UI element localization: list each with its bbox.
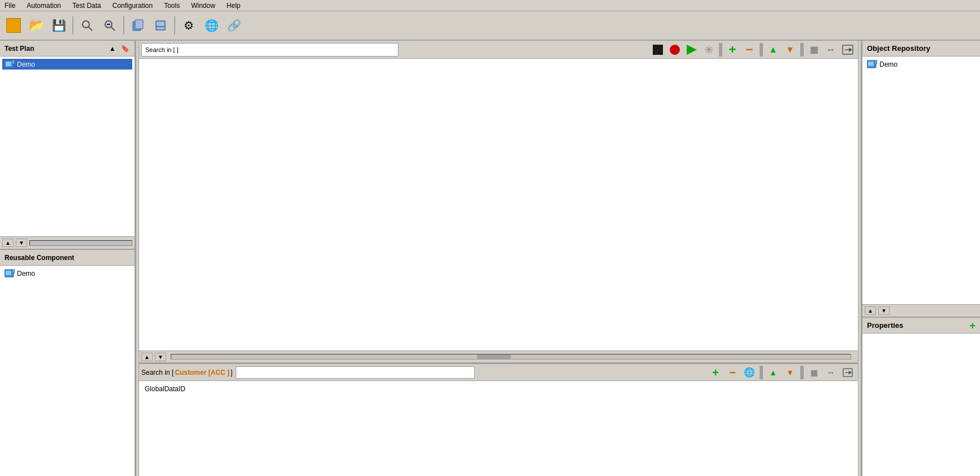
menu-configuration[interactable]: Configuration — [110, 1, 155, 11]
menu-testdata[interactable]: Test Data — [70, 1, 103, 11]
settings-button[interactable]: ⚙ — [179, 15, 199, 36]
bottom-arrows-btn[interactable]: ↔ — [823, 365, 839, 380]
separator-1 — [72, 16, 73, 34]
reusable-header: Reusable Component — [0, 250, 135, 266]
add-btn[interactable]: + — [725, 42, 740, 57]
bottom-import-btn[interactable] — [840, 365, 856, 380]
down-btn[interactable]: ▼ — [782, 42, 798, 57]
test-plan-demo-label: Demo — [17, 60, 35, 68]
svg-rect-13 — [6, 271, 11, 275]
separator-2 — [123, 16, 124, 34]
bottom-search-input[interactable] — [236, 366, 474, 379]
remove-btn[interactable]: − — [741, 42, 757, 57]
object-repository-section: Object Repository Demo ▲ ▼ — [862, 41, 980, 318]
reusable-demo-label: Demo — [17, 270, 35, 278]
menubar: File Automation Test Data Configuration … — [0, 0, 980, 11]
properties-section: Properties + — [862, 318, 980, 476]
properties-title: Properties — [867, 321, 903, 330]
test-plan-bookmark-btn[interactable]: 🔖 — [120, 44, 130, 54]
test-plan-up-btn[interactable]: ▲ — [107, 44, 118, 54]
properties-content — [862, 334, 980, 476]
play-btn[interactable] — [684, 42, 700, 57]
svg-rect-6 — [135, 20, 143, 29]
test-plan-footer: ▲ ▼ — [0, 236, 135, 249]
separator-3 — [174, 16, 175, 34]
center-footer: ▲ ▼ — [139, 350, 858, 363]
bottom-search-highlight: Customer [ACC ] — [175, 369, 229, 377]
menu-automation[interactable]: Automation — [24, 1, 63, 11]
bottom-down-btn[interactable]: ▼ — [782, 365, 798, 380]
main-container: Test Plan ▲ 🔖 Demo ▲ ▼ — [0, 41, 980, 476]
arrows-btn[interactable]: ↔ — [823, 42, 839, 57]
bottom-up-btn[interactable]: ▲ — [765, 365, 781, 380]
center-footer-down[interactable]: ▼ — [155, 353, 166, 361]
bottom-toolbar: Search in [ Customer [ACC ] ] + − 🌐 — [139, 364, 858, 381]
properties-add-btn[interactable]: + — [969, 321, 975, 331]
import-btn[interactable] — [840, 42, 856, 57]
menu-window[interactable]: Window — [189, 1, 218, 11]
bottom-search-prefix: Search in [ — [141, 369, 174, 377]
search-advanced-button[interactable] — [99, 15, 120, 36]
menu-help[interactable]: Help — [224, 1, 243, 11]
menu-file[interactable]: File — [2, 1, 18, 11]
test-plan-demo-icon — [5, 60, 15, 68]
svg-marker-17 — [849, 47, 852, 52]
center-top-toolbar: ✳ + − ▲ ▼ ▦ — [139, 41, 858, 59]
center-main-area — [139, 59, 858, 350]
reusable-item-demo[interactable]: Demo — [2, 268, 132, 279]
obj-repo-footer-down[interactable]: ▼ — [878, 306, 890, 315]
object-repository-title: Object Repository — [867, 44, 930, 53]
test-plan-item-demo[interactable]: Demo — [2, 59, 132, 70]
svg-rect-23 — [874, 60, 877, 64]
save-button[interactable]: 💾 — [49, 15, 69, 36]
svg-line-3 — [111, 27, 115, 31]
object-repository-tree: Demo — [862, 57, 980, 304]
test-plan-footer-up[interactable]: ▲ — [2, 239, 14, 247]
obj-repo-demo-label: Demo — [879, 60, 897, 68]
link-button[interactable]: 🔗 — [224, 15, 244, 36]
new-button[interactable] — [3, 15, 24, 36]
reusable-title: Reusable Component — [5, 254, 74, 262]
record-btn[interactable] — [667, 42, 683, 57]
svg-marker-20 — [849, 370, 852, 374]
reusable-demo-icon — [5, 269, 15, 278]
obj-repo-footer-up[interactable]: ▲ — [865, 306, 876, 315]
test-plan-title: Test Plan — [5, 45, 34, 53]
globe-button[interactable]: 🌐 — [201, 15, 222, 36]
left-panel: Test Plan ▲ 🔖 Demo ▲ ▼ — [0, 41, 136, 476]
test-plan-footer-down[interactable]: ▼ — [16, 239, 27, 247]
bottom-globe-btn[interactable]: 🌐 — [741, 365, 757, 380]
obj-repo-item-demo[interactable]: Demo — [865, 59, 978, 70]
center-search-input[interactable] — [141, 43, 398, 57]
obj-repo-demo-icon — [867, 60, 877, 68]
svg-line-1 — [88, 27, 92, 31]
bottom-grid-btn[interactable]: ▦ — [806, 365, 822, 380]
star-btn[interactable]: ✳ — [701, 42, 717, 57]
object-repository-header: Object Repository — [862, 41, 980, 57]
center-panel: ✳ + − ▲ ▼ ▦ — [139, 41, 858, 476]
grid-btn[interactable]: ▦ — [806, 42, 822, 57]
test-plan-controls: ▲ 🔖 — [107, 44, 130, 54]
reusable-tree: Demo — [0, 266, 135, 476]
cut-button[interactable] — [150, 15, 171, 36]
test-plan-tree: Demo — [0, 57, 135, 236]
object-repository-footer: ▲ ▼ — [862, 304, 980, 317]
up-btn[interactable]: ▲ — [765, 42, 781, 57]
bottom-panel: Search in [ Customer [ACC ] ] + − 🌐 — [139, 363, 858, 476]
open-button[interactable]: 📂 — [26, 15, 46, 36]
main-toolbar: 📂 💾 ⚙ 🌐 🔗 — [0, 11, 980, 41]
copy-button[interactable] — [128, 15, 148, 36]
right-panel: Object Repository Demo ▲ ▼ Properties — [861, 41, 980, 476]
bottom-search-suffix: ] — [231, 369, 232, 377]
bottom-remove-btn[interactable]: − — [725, 365, 740, 380]
center-footer-up[interactable]: ▲ — [141, 353, 153, 361]
search-button[interactable] — [77, 15, 97, 36]
svg-rect-11 — [12, 60, 15, 64]
reusable-section: Reusable Component Demo — [0, 250, 135, 476]
menu-tools[interactable]: Tools — [162, 1, 182, 11]
black-square-btn[interactable] — [650, 42, 666, 57]
bottom-content: GlobalDataID — [139, 381, 858, 476]
test-plan-header: Test Plan ▲ 🔖 — [0, 41, 135, 57]
bottom-add-btn[interactable]: + — [708, 365, 723, 380]
bottom-row-globaldataid: GlobalDataID — [141, 383, 856, 395]
